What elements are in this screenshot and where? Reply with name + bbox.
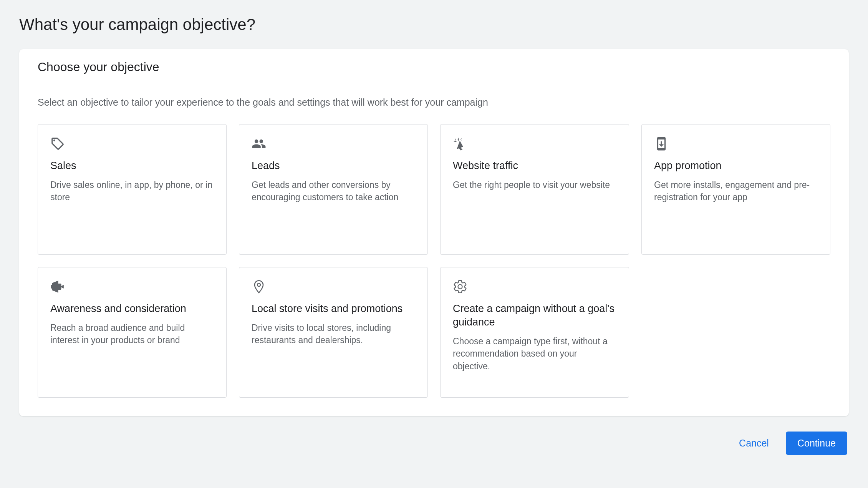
- helper-text: Select an objective to tailor your exper…: [38, 97, 830, 108]
- objective-option-local-store[interactable]: Local store visits and promotions Drive …: [239, 267, 428, 398]
- objective-card: Choose your objective Select an objectiv…: [19, 49, 849, 416]
- people-icon: [252, 136, 267, 151]
- option-description: Drive sales online, in app, by phone, or…: [50, 179, 214, 203]
- objective-option-website-traffic[interactable]: Website traffic Get the right people to …: [440, 124, 629, 255]
- location-pin-icon: [252, 279, 267, 294]
- objective-option-app-promotion[interactable]: App promotion Get more installs, engagem…: [641, 124, 830, 255]
- cancel-button[interactable]: Cancel: [731, 433, 777, 453]
- phone-download-icon: [654, 136, 669, 151]
- option-title: Website traffic: [453, 159, 616, 173]
- option-title: Sales: [50, 159, 214, 173]
- option-description: Reach a broad audience and build interes…: [50, 322, 214, 346]
- option-title: App promotion: [654, 159, 818, 173]
- card-header: Choose your objective: [19, 49, 849, 85]
- objective-option-leads[interactable]: Leads Get leads and other conversions by…: [239, 124, 428, 255]
- option-description: Choose a campaign type first, without a …: [453, 335, 616, 372]
- continue-button[interactable]: Continue: [786, 432, 847, 455]
- megaphone-icon: [50, 279, 66, 294]
- card-header-title: Choose your objective: [38, 60, 830, 74]
- objective-option-sales[interactable]: Sales Drive sales online, in app, by pho…: [38, 124, 227, 255]
- tag-icon: [50, 136, 66, 151]
- click-icon: [453, 136, 468, 151]
- option-title: Local store visits and promotions: [252, 302, 415, 315]
- option-description: Get more installs, engagement and pre-re…: [654, 179, 818, 203]
- option-title: Create a campaign without a goal's guida…: [453, 302, 616, 329]
- footer-actions: Cancel Continue: [19, 432, 849, 455]
- option-description: Drive visits to local stores, including …: [252, 322, 415, 346]
- option-title: Awareness and consideration: [50, 302, 214, 315]
- option-description: Get the right people to visit your websi…: [453, 179, 616, 191]
- option-description: Get leads and other conversions by encou…: [252, 179, 415, 203]
- gear-icon: [453, 279, 468, 294]
- card-body: Select an objective to tailor your exper…: [19, 85, 849, 416]
- page-title: What's your campaign objective?: [19, 15, 849, 34]
- objective-grid: Sales Drive sales online, in app, by pho…: [38, 124, 830, 398]
- objective-option-no-goal[interactable]: Create a campaign without a goal's guida…: [440, 267, 629, 398]
- option-title: Leads: [252, 159, 415, 173]
- objective-option-awareness[interactable]: Awareness and consideration Reach a broa…: [38, 267, 227, 398]
